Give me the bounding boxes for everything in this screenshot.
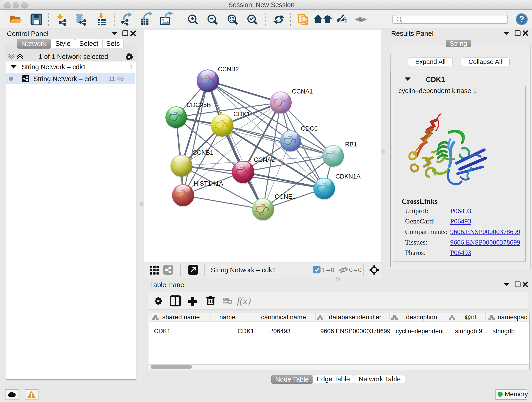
svg-text:RB1: RB1 — [345, 141, 357, 148]
svg-text:CDKN1A: CDKN1A — [336, 173, 361, 180]
svg-text:CCNB2: CCNB2 — [218, 66, 239, 73]
svg-text:CDC6: CDC6 — [301, 125, 318, 132]
svg-text:CCNE1: CCNE1 — [275, 193, 296, 200]
svg-text:CCNB1: CCNB1 — [192, 149, 214, 156]
svg-text:CDK1: CDK1 — [234, 111, 250, 118]
svg-text:f(x): f(x) — [237, 295, 251, 306]
svg-text:HIST1H1A: HIST1H1A — [194, 180, 223, 187]
svg-text:?: ? — [519, 14, 524, 24]
svg-text:CCNA2: CCNA2 — [254, 156, 275, 163]
svg-text:CDC25B: CDC25B — [186, 102, 211, 108]
svg-text:CCNA1: CCNA1 — [292, 88, 313, 95]
